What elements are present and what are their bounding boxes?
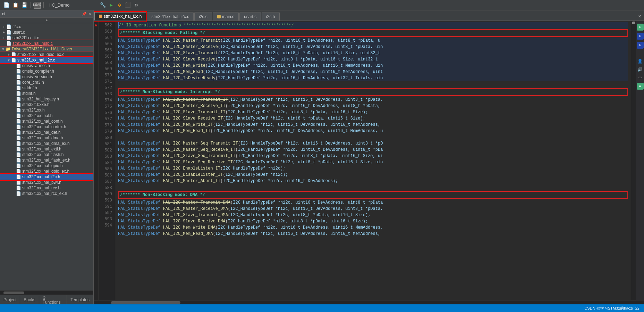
sidebar-item-hal-i2c-c[interactable]: ▼ 📄 stm32f1xx_hal_i2c.c (0, 57, 93, 63)
sidebar-tab-books[interactable]: Books (20, 296, 39, 304)
sidebar-item-hal-msp[interactable]: · 📄 stm32f1xx_hal_msp.c (0, 41, 93, 46)
expand-icon[interactable]: · (1, 42, 6, 46)
sidebar-item-hal-dma[interactable]: · 📄 stm32f1xx_hal_dma.h (0, 135, 93, 141)
sidebar-item-hal-dma-ex[interactable]: · 📄 stm32f1xx_hal_dma_ex.h (0, 141, 93, 146)
sidebar-item-hal-rcc-ex[interactable]: · 📄 stm32f1xx_hal_rcc_ex.h (0, 191, 93, 196)
toolbar-icon-1[interactable]: 📄 (3, 2, 10, 9)
sidebar-header-icons: 📌 ✕ (82, 12, 91, 16)
tab-label: usart.c (244, 14, 256, 19)
file-icon: 📄 (11, 52, 16, 57)
code-line-577: HAL_StatusTypeDef HAL_I2C_Mem_Write_IT(I… (118, 122, 628, 128)
sidebar-tab-functions[interactable]: {} Functions (39, 294, 67, 305)
person-icon[interactable]: 👤 (637, 58, 644, 65)
tree-label: core_cm3.h (22, 80, 44, 85)
tree-label: stm32f1xx_hal_conf.h (22, 119, 63, 124)
sidebar-hscroll-thumb[interactable] (3, 292, 24, 294)
load-icon[interactable]: LOAD (34, 2, 41, 9)
sidebar-item-cmsis-version[interactable]: · 📄 cmsis_version.h (0, 74, 93, 80)
file-icon: 📄 (16, 169, 21, 174)
sidebar-item-core-cm3[interactable]: · 📄 core_cm3.h (0, 80, 93, 85)
toolbar-icon-3[interactable]: 💾 (21, 2, 28, 9)
sidebar-item-stm32-hal-legacy[interactable]: · 📄 stm32_hal_legacy.h (0, 96, 93, 102)
expand-icon[interactable]: ▼ (1, 47, 6, 51)
sidebar-tab-templates[interactable]: Templates (67, 296, 93, 304)
check-icon[interactable]: W (637, 83, 644, 90)
tree-label: stm32f1xx_hal_flash.h (22, 152, 63, 157)
tree-label: i2c.c (12, 24, 21, 29)
sidebar-item-hal-def[interactable]: · 📄 stm32f1xx_hal_def.h (0, 130, 93, 135)
toolbar-icon-2[interactable]: 📋 (12, 2, 19, 9)
scroll-up-arrow[interactable]: ▲ (94, 22, 97, 28)
close-all-tabs-button[interactable]: ✕ (636, 12, 644, 20)
sidebar-item-hal-flash[interactable]: · 📄 stm32f1xx_hal_flash.h (0, 152, 93, 157)
sidebar-item-usart-c[interactable]: + 📄 usart.c (0, 30, 93, 35)
h-scrollbar-thumb[interactable] (111, 301, 180, 304)
tab-stm32f1xx-hal-i2c-c[interactable]: stm32f1xx_hal_i2c.c (147, 13, 194, 20)
sidebar-item-cmsis-compiler[interactable]: · 📄 cmsis_compiler.h (0, 68, 93, 74)
far-right-icon-2[interactable]: C (637, 33, 644, 40)
tab-usart-c[interactable]: usart.c (239, 13, 261, 20)
expand-icon[interactable]: + (1, 25, 6, 29)
sidebar-item-i2c-c[interactable]: + 📄 i2c.c (0, 24, 93, 30)
tab-i2c-c[interactable]: i2c.c (194, 13, 212, 20)
settings-icon[interactable]: ⚙ (133, 2, 140, 9)
pin-icon[interactable]: 📌 (82, 12, 87, 16)
code-line-591: HAL_StatusTypeDef HAL_I2C_Slave_Transmit… (118, 212, 628, 218)
tree-label: stm32f1xx_hal_cortex.h (22, 124, 66, 129)
code-content[interactable]: /* IO operation functions **************… (115, 21, 631, 300)
build-icon[interactable]: 🔧 (100, 2, 107, 9)
tab-i2c-h[interactable]: i2c.h (262, 13, 279, 20)
code-line-588: /******* Non-Blocking mode: DMA */ (118, 191, 628, 199)
sidebar-item-hal-flash-ex[interactable]: · 📄 stm32f1xx_hal_flash_ex.h (0, 157, 93, 163)
run-icon[interactable]: ▶ (108, 2, 115, 9)
close-sidebar-icon[interactable]: ✕ (88, 12, 91, 16)
sidebar-item-hal-gpio-ex[interactable]: · 📄 stm32f1xx_hal_gpio_ex.h (0, 169, 93, 174)
spacer: · (11, 97, 16, 101)
sidebar-item-hal-gpio-ex-c[interactable]: + 📄 stm32f1xx_hal_gpio_ex.c (0, 52, 93, 57)
sidebar-item-stm32f1xx-hal[interactable]: · 📄 stm32f1xx_hal.h (0, 113, 93, 118)
code-line-568: HAL_StatusTypeDef HAL_I2C_Mem_Write(I2C_… (118, 63, 628, 69)
tree-label: stm32f1xx_hal_flash_ex.h (22, 158, 70, 163)
far-right-icon-1[interactable]: C (637, 24, 644, 31)
sidebar-item-drivers-folder[interactable]: ▼ 📁 Drivers/STM32F1xx_HAL_Driver (0, 46, 93, 52)
sidebar-item-hal-rcc[interactable]: · 📄 stm32f1xx_hal_rcc.h (0, 185, 93, 191)
file-icon: 📄 (16, 113, 21, 118)
debug-icon[interactable]: ⚙ (116, 2, 123, 9)
main-layout: ct 📌 ✕ ▲ + 📄 i2c.c + 📄 usart.c (0, 10, 644, 304)
sidebar-item-stm32f1xx[interactable]: · 📄 stm32f1xx.h (0, 107, 93, 113)
scroll-up-icon[interactable]: ▲ (45, 18, 48, 22)
spacer: · (11, 170, 16, 173)
spacer: · (11, 186, 16, 190)
sidebar-item-stddef[interactable]: · 📄 stddef.h (0, 85, 93, 91)
expand-icon[interactable]: ▼ (6, 58, 11, 62)
sidebar-item-hal-pwr[interactable]: · 📄 stm32f1xx_hal_pwr.h (0, 180, 93, 185)
expand-icon[interactable]: + (6, 53, 11, 57)
sidebar-item-cmsis-armcc[interactable]: · 📄 cmsis_armcc.h (0, 63, 93, 68)
right-scrollbar[interactable] (631, 21, 636, 300)
language-icon[interactable]: 中 (637, 74, 644, 81)
far-right-icon-3[interactable]: G (637, 42, 644, 49)
expand-icon[interactable]: + (1, 31, 6, 34)
stop-icon[interactable]: ⬛ (125, 2, 132, 9)
tab-stm32f1xx-hal-i2c-h[interactable]: stm32f1xx_hal_i2c.h (94, 12, 146, 20)
tab-main-c[interactable]: main.c (213, 13, 239, 20)
sidebar-item-hal-conf[interactable]: · 📄 stm32f1xx_hal_conf.h (0, 118, 93, 124)
tree-label: stm32f1xx_hal_gpio_ex.h (22, 169, 69, 174)
file-icon: 📄 (16, 102, 21, 107)
vscroll-thumb[interactable] (632, 22, 635, 24)
sidebar-item-hal-i2c-h[interactable]: · 📄 stm32f1xx_hal_i2c.h (0, 174, 93, 180)
file-icon: 📄 (16, 108, 21, 113)
sidebar-item-stm32f103xe[interactable]: · 📄 stm32f103xe.h (0, 102, 93, 107)
toolbar-sep-1 (31, 2, 31, 8)
h-scrollbar[interactable] (94, 300, 644, 304)
expand-icon[interactable]: + (1, 36, 6, 40)
sidebar-item-hal-cortex[interactable]: · 📄 stm32f1xx_hal_cortex.h (0, 124, 93, 130)
sidebar-item-hal-exti[interactable]: · 📄 stm32f1xx_hal_exti.h (0, 146, 93, 152)
sidebar-item-hal-gpio[interactable]: · 📄 stm32f1xx_hal_gpio.h (0, 163, 93, 169)
sidebar-item-stdint[interactable]: · 📄 stdint.h (0, 91, 93, 96)
speaker-icon[interactable]: 🔊 (637, 66, 644, 73)
sidebar-item-stm32it[interactable]: + 📄 stm32f1xx_it.c (0, 35, 93, 41)
sidebar-tab-project[interactable]: Project (0, 296, 20, 304)
tab-label: stm32f1xx_hal_i2c.c (151, 14, 189, 19)
status-time: 22: (635, 306, 641, 310)
